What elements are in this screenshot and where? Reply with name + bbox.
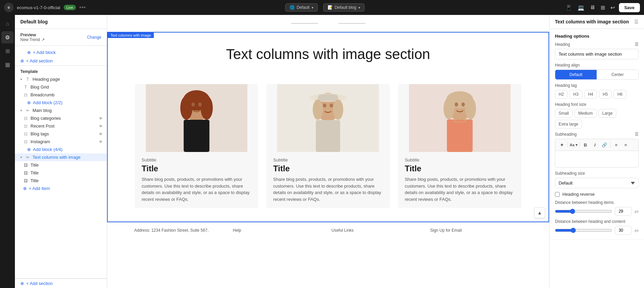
tree-item-title-1[interactable]: 🖼 Title: [15, 161, 107, 169]
right-panel-menu-icon[interactable]: ☰: [634, 19, 639, 24]
dist-heading-items-input[interactable]: [615, 207, 632, 216]
size-small-button[interactable]: Small: [555, 109, 573, 118]
heading-settings-icon[interactable]: ☰: [635, 42, 639, 47]
card-3-text: Share blog posts, products, or promotion…: [405, 176, 515, 203]
save-button[interactable]: Save: [619, 3, 640, 12]
heading-input[interactable]: [555, 49, 639, 59]
rt-sep-1: [567, 142, 568, 148]
blog-button[interactable]: 📝 Default blog ▾: [323, 3, 365, 12]
tablet-icon[interactable]: 💻: [576, 3, 586, 12]
rt-list2-button[interactable]: ≡: [621, 140, 630, 149]
instagram-icon: ⊡: [23, 139, 28, 144]
nav-line-1: [291, 23, 318, 24]
edit-icon: ✏: [25, 108, 30, 113]
subheading-menu-icon[interactable]: ☰: [635, 132, 639, 137]
align-default-button[interactable]: Default: [555, 70, 597, 79]
tree-item-blog-grid[interactable]: T Blog Grid: [15, 83, 107, 91]
sidebar-icon-layers[interactable]: ⊞: [1, 45, 14, 57]
tree-item-main-blog[interactable]: ▾ ✏ Main blog: [15, 107, 107, 114]
tag-h3-button[interactable]: H3: [569, 90, 582, 99]
topbar-right: 📱 💻 🖥 ⊞ ↩ Save: [564, 3, 640, 12]
top-nav-bar: [107, 15, 549, 32]
heading-reverse-checkbox[interactable]: [555, 192, 560, 197]
tree-item-recent-post[interactable]: ⊡ Recent Post 👁: [15, 122, 107, 130]
dist-heading-content-input[interactable]: [615, 226, 632, 235]
size-extra-large-button[interactable]: Extra large: [555, 120, 582, 129]
site-name: ecomus-v1-7-0-official: [17, 5, 60, 10]
tree-item-title-2[interactable]: 🖼 Title: [15, 169, 107, 177]
sidebar-icon-settings[interactable]: ⚙: [1, 31, 14, 43]
dist-heading-items-row: px: [555, 207, 639, 216]
panel-title: Default blog: [20, 19, 101, 24]
card-2[interactable]: Subtitle Title Share blog posts, product…: [266, 84, 390, 208]
undo-icon[interactable]: ↩: [609, 3, 616, 12]
rt-font-button[interactable]: Aa ▾: [569, 140, 578, 149]
svg-rect-2: [184, 120, 209, 152]
svg-point-13: [313, 99, 323, 120]
eye-icon-3[interactable]: 👁: [99, 132, 103, 136]
sidebar-icon-home[interactable]: ⌂: [1, 18, 14, 30]
rt-list-button[interactable]: ≡: [612, 140, 621, 149]
scroll-up-button[interactable]: ▲: [534, 207, 545, 218]
align-center-button[interactable]: Center: [597, 70, 638, 79]
eye-icon[interactable]: 👁: [99, 116, 103, 120]
rp-subheading-size-label: Subheading size: [555, 171, 639, 176]
dist-heading-items-slider[interactable]: [555, 209, 612, 214]
tag-h4-button[interactable]: H4: [584, 90, 597, 99]
add-block-2-2-button[interactable]: ⊕ Add block (2/2): [15, 99, 107, 107]
live-badge: Live: [64, 5, 76, 10]
toggle-icon-main: ▾: [19, 109, 23, 112]
size-large-button[interactable]: Large: [599, 109, 617, 118]
svg-point-14: [333, 99, 343, 120]
rt-link-button[interactable]: 🔗: [600, 140, 609, 149]
rt-editor[interactable]: [555, 151, 639, 168]
heading-reverse-label: Heading reverse: [562, 192, 595, 197]
add-item-button[interactable]: ⊕ + Add Item: [15, 185, 107, 192]
desktop-icon[interactable]: 🖥: [588, 3, 597, 12]
card-1[interactable]: Subtitle Title Share blog posts, product…: [135, 84, 258, 208]
panel-sidebar: Default blog Preview New Trend ↗ Change …: [15, 15, 107, 288]
preview-change-button[interactable]: Change: [87, 35, 101, 40]
subheading-size-select[interactable]: Default Small Medium Large: [555, 178, 639, 188]
share-icon[interactable]: ⊞: [599, 3, 606, 12]
tree-item-blog-categories[interactable]: ⊡ Blog categories 👁: [15, 114, 107, 122]
add-block-4-4-button[interactable]: ⊕ Add block (4/4): [15, 146, 107, 153]
card-1-title: Title: [142, 164, 251, 173]
topbar: e ecomus-v1-7-0-official Live ••• 🌐 Defa…: [0, 0, 644, 15]
tree-item-blog-tags[interactable]: ⊡ Blog tags 👁: [15, 130, 107, 138]
tag-h6-button[interactable]: H6: [614, 90, 626, 99]
add-block-button[interactable]: ⊕ + Add block: [15, 49, 107, 56]
post-icon: ⊡: [23, 124, 28, 129]
content-section[interactable]: Text columns with image Text columns wit…: [107, 32, 549, 222]
tree-item-breadcrumb[interactable]: ⊡ Breadcrumb: [15, 91, 107, 99]
rt-bold-button[interactable]: B: [581, 140, 590, 149]
card-3-title: Title: [405, 164, 515, 173]
tag-h2-button[interactable]: H2: [555, 90, 567, 99]
add-section-bottom-button[interactable]: ⊕ + Add section: [15, 279, 107, 288]
rp-heading-options-section: Heading options Heading ☰ Heading align …: [549, 29, 644, 240]
add-section-top-button[interactable]: ⊕ + Add section: [15, 56, 107, 66]
eye-icon-4[interactable]: 👁: [99, 140, 103, 144]
tree-item-instagram[interactable]: ⊡ Instagram 👁: [15, 138, 107, 146]
rt-magic-button[interactable]: ✦: [557, 140, 566, 149]
card-3[interactable]: Subtitle Title Share blog posts, product…: [398, 84, 521, 208]
dist-heading-content-slider[interactable]: [555, 228, 612, 233]
tag-h5-button[interactable]: H5: [599, 90, 611, 99]
default-button[interactable]: 🌐 Default ▾: [285, 3, 318, 12]
tree-item-text-columns[interactable]: ▾ ✏ Text columns with image: [15, 153, 107, 161]
dist-heading-items-unit: px: [635, 209, 639, 213]
eye-icon-2[interactable]: 👁: [99, 124, 103, 128]
toggle-icon: ▾: [19, 77, 23, 81]
rp-heading-options-title: Heading options: [555, 34, 639, 39]
tree-item-heading-page[interactable]: ▾ T Heading page: [15, 75, 107, 83]
rp-font-size-label: Heading font size: [555, 102, 639, 107]
mobile-icon[interactable]: 📱: [564, 3, 574, 12]
sidebar-icon-grid[interactable]: ▦: [1, 58, 14, 71]
svg-rect-19: [447, 119, 473, 152]
size-medium-button[interactable]: Medium: [575, 109, 597, 118]
title3-icon: 🖼: [23, 178, 28, 183]
more-options-icon[interactable]: •••: [79, 4, 86, 11]
card-1-body: Subtitle Title Share blog posts, product…: [135, 152, 258, 208]
rt-italic-button[interactable]: I: [590, 140, 599, 149]
tree-item-title-3[interactable]: 🖼 Title: [15, 177, 107, 185]
